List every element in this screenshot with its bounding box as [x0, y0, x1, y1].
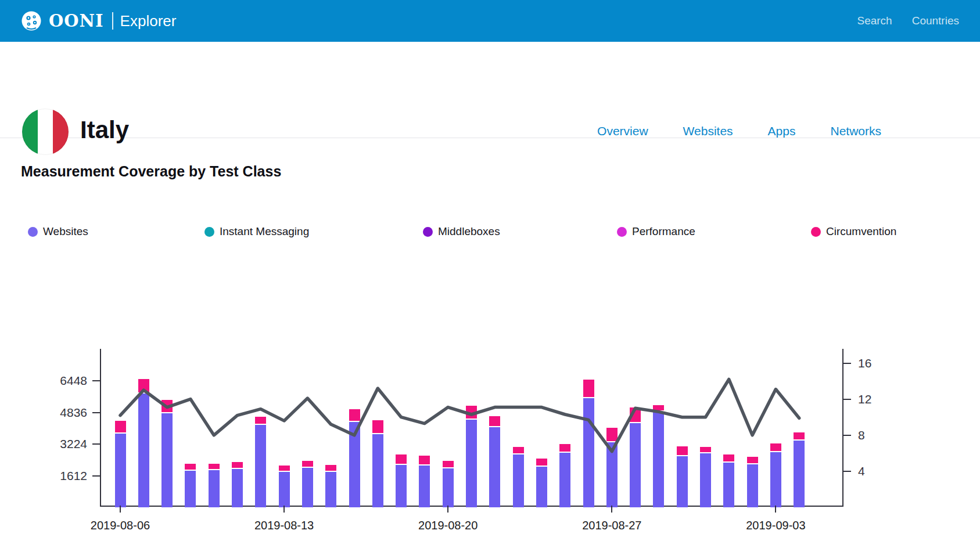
- y-axis-left-tick: [92, 475, 100, 477]
- bar-segment-circumvention: [325, 465, 336, 472]
- x-axis-label: 2019-09-03: [746, 519, 805, 532]
- bar-segment-circumvention: [255, 417, 266, 425]
- bar-segment-websites: [349, 422, 360, 507]
- bar-2019-08-14[interactable]: [302, 461, 313, 507]
- y-axis-right-label: 12: [858, 392, 871, 406]
- legend-label: Websites: [43, 225, 88, 238]
- legend-dot-icon: [423, 227, 433, 237]
- ooni-explorer-page: OONI Explorer Search Countries Italy Ove…: [0, 0, 980, 552]
- bar-segment-circumvention: [583, 380, 594, 398]
- bar-segment-circumvention: [209, 464, 220, 470]
- legend-item-performance[interactable]: Performance: [617, 225, 695, 238]
- y-axis-left-tick: [92, 443, 100, 445]
- legend-dot-icon: [811, 227, 821, 237]
- country-nav-networks[interactable]: Networks: [830, 124, 881, 138]
- bar-segment-websites: [770, 452, 781, 507]
- bar-segment-circumvention: [606, 428, 618, 442]
- y-axis-left-label: 4836: [29, 406, 87, 420]
- bar-segment-circumvention: [513, 447, 524, 455]
- bar-2019-08-12[interactable]: [255, 417, 266, 507]
- legend-dot-icon: [617, 227, 627, 237]
- legend-item-circumvention[interactable]: Circumvention: [811, 225, 896, 238]
- country-name: Italy: [80, 116, 129, 144]
- bar-2019-08-21[interactable]: [466, 406, 477, 507]
- bar-2019-09-01[interactable]: [723, 454, 734, 507]
- bar-2019-08-08[interactable]: [161, 400, 173, 507]
- legend-item-websites[interactable]: Websites: [28, 225, 88, 238]
- bar-segment-websites: [747, 464, 758, 507]
- bar-segment-websites: [232, 469, 243, 507]
- bar-segment-websites: [489, 427, 500, 507]
- bar-segment-circumvention: [770, 443, 781, 452]
- bar-2019-08-11[interactable]: [232, 462, 243, 507]
- bar-segment-websites: [161, 413, 173, 507]
- bar-segment-circumvention: [279, 466, 290, 472]
- x-axis-tick: [120, 506, 121, 513]
- bar-2019-09-02[interactable]: [747, 457, 758, 507]
- bar-segment-circumvention: [723, 454, 734, 463]
- y-axis-right: [842, 349, 843, 507]
- bar-segment-websites: [700, 453, 711, 507]
- brand-home-link[interactable]: OONI Explorer: [21, 10, 176, 31]
- bar-2019-08-10[interactable]: [209, 464, 220, 507]
- top-app-bar: OONI Explorer Search Countries: [0, 0, 980, 42]
- bar-2019-08-28[interactable]: [630, 407, 641, 507]
- bar-2019-08-09[interactable]: [185, 464, 196, 507]
- country-nav-apps[interactable]: Apps: [768, 124, 796, 138]
- legend-item-instant-messaging[interactable]: Instant Messaging: [204, 225, 309, 238]
- country-nav-overview[interactable]: Overview: [597, 124, 648, 138]
- bar-2019-09-04[interactable]: [794, 432, 805, 507]
- bar-2019-08-26[interactable]: [583, 380, 594, 507]
- bar-2019-08-06[interactable]: [115, 421, 126, 507]
- bar-2019-08-29[interactable]: [653, 405, 664, 507]
- bar-2019-08-24[interactable]: [536, 459, 547, 507]
- bar-2019-08-23[interactable]: [513, 447, 524, 507]
- networks-line: [120, 380, 799, 452]
- y-axis-right-label: 16: [858, 356, 871, 370]
- bar-segment-circumvention: [466, 406, 477, 420]
- bar-segment-circumvention: [747, 457, 758, 465]
- bar-segment-circumvention: [419, 456, 430, 466]
- bar-2019-08-22[interactable]: [489, 416, 500, 507]
- country-nav: Overview Websites Apps Networks: [597, 124, 881, 138]
- bar-2019-08-15[interactable]: [325, 465, 336, 507]
- x-axis-tick: [283, 506, 285, 513]
- bar-2019-08-19[interactable]: [419, 456, 430, 507]
- bar-segment-websites: [583, 398, 594, 507]
- bar-segment-circumvention: [630, 407, 641, 423]
- bar-2019-08-25[interactable]: [559, 444, 570, 507]
- bar-2019-09-03[interactable]: [770, 443, 781, 507]
- y-axis-right-tick: [843, 399, 851, 400]
- bar-segment-websites: [466, 420, 477, 507]
- country-nav-websites[interactable]: Websites: [683, 124, 733, 138]
- legend-label: Performance: [632, 225, 695, 238]
- x-axis-label: 2019-08-06: [91, 519, 150, 532]
- brand-divider: [112, 12, 113, 30]
- bar-2019-08-18[interactable]: [396, 454, 407, 507]
- bar-segment-circumvention: [349, 409, 360, 422]
- legend-dot-icon: [28, 227, 38, 237]
- bar-2019-08-17[interactable]: [372, 420, 383, 507]
- bar-segment-websites: [115, 434, 126, 507]
- bar-2019-08-27[interactable]: [606, 428, 618, 507]
- legend-item-middleboxes[interactable]: Middleboxes: [423, 225, 500, 238]
- bar-segment-websites: [794, 441, 805, 507]
- bar-2019-08-30[interactable]: [677, 446, 688, 507]
- bar-segment-websites: [536, 467, 547, 507]
- bar-segment-circumvention: [677, 446, 688, 456]
- bar-segment-websites: [302, 468, 313, 507]
- top-nav-search[interactable]: Search: [857, 15, 892, 27]
- x-axis-tick: [447, 506, 448, 513]
- bar-segment-websites: [279, 472, 290, 507]
- bar-segment-websites: [653, 412, 664, 507]
- bar-2019-08-16[interactable]: [349, 409, 360, 507]
- top-nav-countries[interactable]: Countries: [912, 15, 959, 27]
- bar-2019-08-31[interactable]: [700, 447, 711, 507]
- x-axis-label: 2019-08-13: [254, 519, 314, 532]
- bar-2019-08-13[interactable]: [279, 466, 290, 507]
- bar-2019-08-20[interactable]: [443, 461, 454, 507]
- bar-2019-08-07[interactable]: [138, 379, 149, 507]
- bar-segment-websites: [396, 465, 407, 507]
- bar-segment-circumvention: [443, 461, 454, 468]
- bar-segment-circumvention: [185, 464, 196, 471]
